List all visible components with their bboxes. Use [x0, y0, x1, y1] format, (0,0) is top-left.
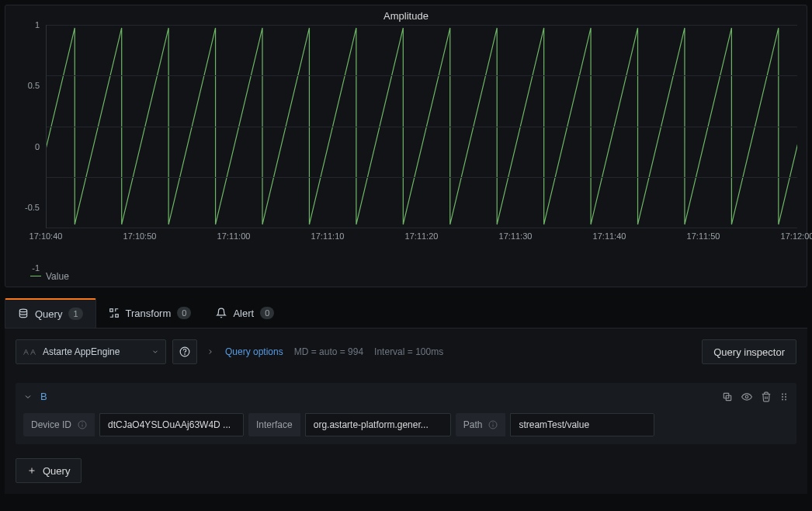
- toggle-visibility-button[interactable]: [741, 391, 753, 402]
- chevron-right-icon[interactable]: [206, 348, 214, 356]
- datasource-picker[interactable]: Astarte AppEngine: [16, 339, 166, 364]
- query-toolbar: Astarte AppEngine Query options MD = aut…: [16, 339, 796, 364]
- query-options-interval: Interval = 100ms: [374, 346, 443, 357]
- query-options-md: MD = auto = 994: [294, 346, 363, 357]
- trash-icon: [761, 391, 772, 402]
- y-tick: -0.5: [5, 203, 40, 212]
- drag-handle[interactable]: [779, 391, 789, 402]
- tab-label: Query: [35, 308, 62, 320]
- path-label: Path: [456, 413, 506, 436]
- svg-point-19: [493, 422, 494, 423]
- svg-point-13: [785, 398, 786, 400]
- tab-label: Alert: [233, 308, 254, 319]
- query-editor: Astarte AppEngine Query options MD = aut…: [5, 328, 807, 494]
- legend-swatch: [30, 276, 41, 279]
- info-icon[interactable]: [78, 420, 87, 429]
- svg-point-12: [782, 398, 783, 400]
- tab-badge: 0: [177, 307, 191, 319]
- y-tick: 0.5: [5, 81, 40, 90]
- tab-badge: 1: [68, 308, 82, 320]
- plot-area[interactable]: [46, 25, 797, 228]
- datasource-name: Astarte AppEngine: [43, 346, 120, 357]
- interface-input[interactable]: org.astarte-platform.gener...: [305, 413, 451, 436]
- svg-point-7: [745, 395, 748, 398]
- copy-icon: [722, 391, 733, 402]
- add-query-button[interactable]: Query: [16, 458, 82, 483]
- y-tick: 0: [5, 142, 40, 151]
- question-circle-icon: [179, 346, 190, 357]
- path-input[interactable]: streamTest/value: [510, 413, 654, 436]
- device-id-input[interactable]: dtCJaO4YSLOuAAj63W4D ...: [99, 413, 244, 436]
- chart-panel: Amplitude 1 0.5 0 -0.5 -1 17:10:40 17:10…: [5, 5, 807, 287]
- transform-icon: [109, 308, 120, 318]
- query-ref-id[interactable]: B: [40, 391, 47, 402]
- query-row-actions: [722, 391, 789, 402]
- svg-point-0: [19, 309, 26, 312]
- grip-icon: [779, 391, 789, 402]
- database-icon: [18, 308, 29, 319]
- x-axis: 17:10:40 17:10:50 17:11:00 17:11:10 17:1…: [46, 228, 797, 244]
- tab-transform[interactable]: Transform 0: [96, 298, 204, 328]
- tab-badge: 0: [260, 307, 274, 319]
- duplicate-query-button[interactable]: [722, 391, 733, 402]
- datasource-logo-icon: [23, 347, 36, 356]
- x-tick: 17:12:00: [781, 231, 812, 241]
- plus-icon: [27, 466, 36, 475]
- svg-point-10: [782, 396, 783, 398]
- tab-alert[interactable]: Alert 0: [203, 298, 286, 328]
- chart-area: 1 0.5 0 -0.5 -1 17:10:40 17:10:50 17:11:…: [5, 25, 807, 268]
- interface-label: Interface: [248, 413, 300, 436]
- tab-bar: Query 1 Transform 0 Alert 0: [5, 298, 807, 328]
- svg-point-11: [785, 396, 786, 398]
- query-row: B Device ID: [16, 383, 796, 444]
- info-icon[interactable]: [488, 420, 498, 429]
- y-tick: 1: [5, 20, 40, 30]
- query-row-header: B: [23, 391, 789, 402]
- x-tick: 17:11:20: [405, 231, 439, 241]
- chevron-down-icon: [151, 348, 159, 356]
- tab-label: Transform: [126, 308, 172, 319]
- x-tick: 17:10:50: [123, 231, 157, 241]
- x-tick: 17:10:40: [29, 231, 63, 241]
- x-tick: 17:11:50: [687, 231, 720, 241]
- x-tick: 17:11:00: [217, 231, 251, 241]
- svg-point-4: [185, 354, 186, 355]
- delete-query-button[interactable]: [761, 391, 772, 402]
- device-id-label: Device ID: [23, 413, 95, 436]
- svg-rect-1: [109, 309, 113, 312]
- eye-icon: [741, 391, 753, 402]
- datasource-help-button[interactable]: [172, 339, 197, 364]
- x-tick: 17:11:40: [593, 231, 626, 241]
- svg-point-8: [782, 393, 783, 395]
- legend-label: Value: [46, 271, 69, 282]
- panel-title: Amplitude: [5, 5, 807, 25]
- svg-point-16: [82, 422, 83, 423]
- y-tick: -1: [5, 263, 40, 273]
- collapse-toggle[interactable]: [23, 392, 33, 402]
- svg-rect-2: [115, 315, 118, 318]
- query-options-toggle[interactable]: Query options: [225, 346, 283, 357]
- x-tick: 17:11:30: [499, 231, 533, 241]
- add-query-label: Query: [43, 465, 70, 477]
- x-tick: 17:11:10: [311, 231, 345, 241]
- query-fields: Device ID dtCJaO4YSLOuAAj63W4D ... Inter…: [23, 413, 789, 436]
- query-inspector-button[interactable]: Query inspector: [702, 339, 796, 364]
- tab-query[interactable]: Query 1: [5, 298, 96, 328]
- bell-icon: [216, 308, 227, 318]
- query-options: Query options MD = auto = 994 Interval =…: [203, 339, 446, 364]
- svg-point-9: [785, 393, 786, 395]
- legend[interactable]: Value: [5, 268, 807, 287]
